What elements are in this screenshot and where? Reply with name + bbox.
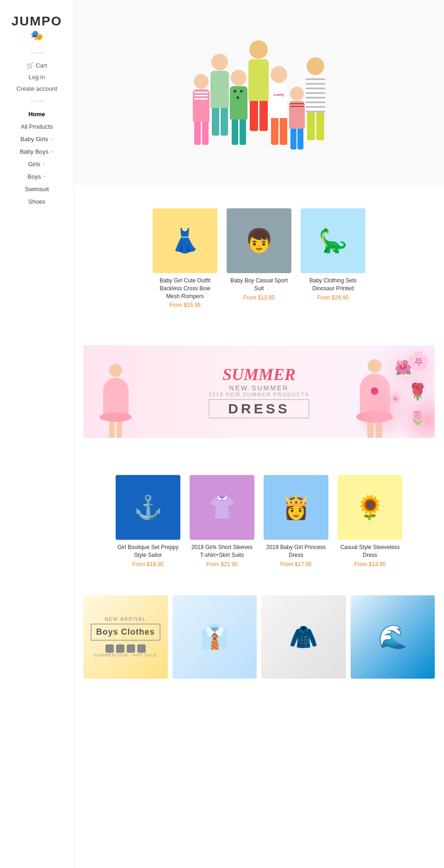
kid-4 [248, 40, 269, 131]
summer-promo-banner[interactable]: SUMMER NEW SUMMER 2018 NEW SUMMER PRODUC… [83, 345, 435, 438]
spacer-1 [74, 185, 444, 204]
sidebar-item-shoes[interactable]: Shoes [15, 195, 58, 208]
sidebar-item-baby-boys[interactable]: Baby Boys+ [15, 145, 58, 158]
product-price-1: From $13.95 [227, 294, 291, 301]
expand-icon: + [42, 161, 45, 168]
kid-6 [289, 87, 305, 150]
girls-product-name-1: 2018 Girls Short Sleeves T-shirt+Skirt S… [190, 543, 254, 559]
girls-product-3[interactable]: 🌻 Casual Style Sleeveless Dress From $14… [338, 475, 402, 568]
boys-ocean-icon: 🌊 [378, 624, 407, 650]
sidebar-item-baby-girls[interactable]: Baby Girls+ [15, 133, 58, 145]
create-account-link[interactable]: Create account [0, 83, 74, 94]
promo-category: DRESS [209, 399, 309, 418]
cart-label: Cart [36, 62, 47, 69]
featured-product-1[interactable]: 👦 Baby Boy Casual Sport Suit From $13.95 [227, 208, 291, 308]
product-price-2: From $29.95 [301, 294, 365, 301]
spacer-3 [74, 452, 444, 470]
sidebar-item-girls[interactable]: Girls+ [15, 158, 58, 170]
girls-product-image-1: 👚 [190, 475, 254, 540]
girls-product-price-3: From $14.95 [338, 561, 402, 568]
boys-promo-row: NEW ARRIVAL Boys Clothes SUMMER/2018 · H… [74, 591, 444, 683]
girls-product-name-0: Girl Boutique Set Preppy Style Sailor [116, 543, 180, 559]
girls-product-icon-0: ⚓ [134, 494, 162, 521]
sidebar-item-boys[interactable]: Boys+ [15, 170, 58, 183]
kid-5: Lovely [270, 66, 288, 145]
boys-outfit-card-1[interactable]: 👔 [173, 595, 257, 679]
hero-banner: Lovely [74, 0, 444, 185]
expand-icon: + [43, 174, 46, 180]
cart-icon: 🛒 [26, 62, 34, 69]
kid-3 [230, 70, 247, 145]
logo-icon: 🎭 [12, 30, 62, 42]
girls-product-image-0: ⚓ [116, 475, 180, 540]
expand-icon: + [50, 136, 53, 143]
cart-link[interactable]: 🛒 Cart [26, 60, 47, 71]
boys-arrival-card[interactable]: NEW ARRIVAL Boys Clothes SUMMER/2018 · H… [83, 595, 168, 679]
girls-product-icon-2: 👸 [282, 494, 310, 521]
featured-product-2[interactable]: 🦕 Baby Clothing Sets Dinosaur Printed Fr… [301, 208, 365, 308]
sidebar-item-home[interactable]: Home [15, 108, 58, 120]
promo-year-label: 2018 NEW SUMMER PRODUCTS [209, 392, 309, 397]
promo-new-label: NEW SUMMER [209, 384, 309, 392]
boys-outfit-card-2[interactable]: 🧥 [261, 595, 346, 679]
girls-product-price-2: From $17.95 [264, 561, 328, 568]
product-icon-1: 👦 [245, 227, 273, 254]
girls-product-name-3: Casual Style Sleeveless Dress [338, 543, 402, 559]
spacer-4 [74, 572, 444, 591]
promo-girl-left [92, 355, 148, 438]
product-icon-0: 👗 [171, 227, 199, 254]
girls-product-1[interactable]: 👚 2018 Girls Short Sleeves T-shirt+Skirt… [190, 475, 254, 568]
promo-season: SUMMER [209, 365, 309, 384]
kid-1 [193, 74, 210, 145]
sidebar-item-swimsuit[interactable]: Swimsuit [15, 183, 58, 195]
product-price-0: From $15.95 [153, 302, 217, 308]
girls-product-image-3: 🌻 [338, 475, 402, 540]
sidebar: JUMPO 🎭 🛒 Cart Log in Create account Hom… [0, 0, 74, 868]
girls-product-price-1: From $21.95 [190, 561, 254, 568]
sidebar-nav: HomeAll ProductsBaby Girls+Baby Boys+Gir… [15, 108, 58, 208]
hero-kids-row: Lovely [193, 40, 325, 145]
product-image-1: 👦 [227, 208, 291, 273]
promo-text-block: SUMMER NEW SUMMER 2018 NEW SUMMER PRODUC… [209, 365, 309, 418]
expand-icon: + [50, 149, 54, 155]
boys-outfit-icon-1: 👔 [200, 624, 229, 650]
girls-product-2[interactable]: 👸 2018 Baby Girl Princess Dress From $17… [264, 475, 328, 568]
girls-products-grid: ⚓ Girl Boutique Set Preppy Style Sailor … [74, 470, 444, 572]
login-link[interactable]: Log in [0, 71, 74, 83]
boys-subtitle: Boys Clothes [91, 624, 160, 641]
girls-product-icon-3: 🌻 [356, 494, 384, 521]
kid-7 [306, 57, 325, 140]
kid-2 [210, 54, 229, 136]
product-image-0: 👗 [153, 208, 217, 273]
girls-product-0[interactable]: ⚓ Girl Boutique Set Preppy Style Sailor … [116, 475, 180, 568]
product-image-2: 🦕 [301, 208, 365, 273]
girls-product-image-2: 👸 [264, 475, 328, 540]
sidebar-item-all-products[interactable]: All Products [15, 120, 58, 133]
site-name: JUMPO [12, 14, 62, 29]
spacer-2 [74, 313, 444, 331]
logo-area: JUMPO 🎭 [12, 14, 62, 42]
girls-product-icon-1: 👚 [208, 494, 236, 521]
boys-season-label: SUMMER/2018 · HOT SALE [94, 653, 157, 657]
boys-ocean-card[interactable]: 🌊 [351, 595, 435, 679]
girls-product-name-2: 2018 Baby Girl Princess Dress [264, 543, 328, 559]
sidebar-divider [30, 53, 44, 53]
main-content: Lovely [74, 0, 444, 868]
boys-outfit-icon-2: 🧥 [289, 624, 318, 650]
featured-products-grid: 👗 Baby Girl Cute Outfit Backless Cross B… [74, 204, 444, 313]
boys-arrival-label: NEW ARRIVAL [105, 617, 146, 622]
product-name-1: Baby Boy Casual Sport Suit [227, 277, 291, 293]
hero-scene: Lovely [74, 0, 444, 185]
girls-product-price-0: From $18.95 [116, 561, 180, 568]
promo-flowers: 🌸 🌺 🌹 🌸 🌷 [361, 345, 435, 438]
product-icon-2: 🦕 [319, 227, 347, 254]
sidebar-divider-2 [30, 101, 44, 101]
product-name-0: Baby Girl Cute Outfit Backless Cross Bow… [153, 277, 217, 300]
product-name-2: Baby Clothing Sets Dinosaur Printed [301, 277, 365, 293]
featured-product-0[interactable]: 👗 Baby Girl Cute Outfit Backless Cross B… [153, 208, 217, 308]
